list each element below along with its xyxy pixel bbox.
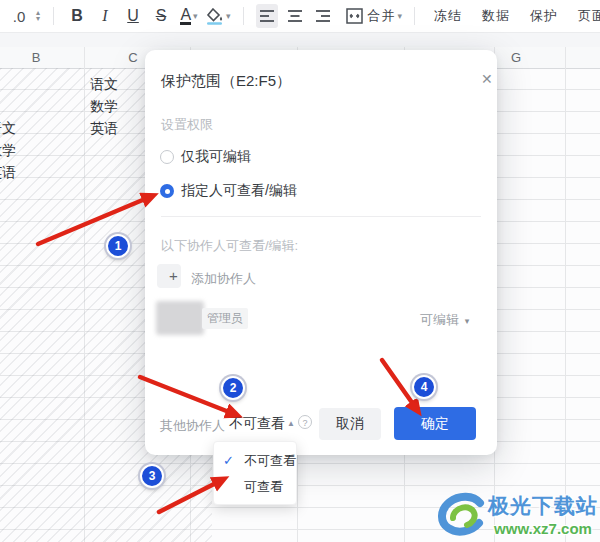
- watermark-text: 极光下载站 www.xz7.com: [488, 492, 598, 537]
- chevron-up-icon[interactable]: ▲: [287, 419, 295, 428]
- toolbar-divider: [243, 7, 244, 25]
- collaborators-section-label: 以下协作人可查看/编辑:: [161, 237, 298, 255]
- collaborator-role-badge: 管理员: [202, 308, 248, 329]
- step-badge-4: 4: [412, 375, 436, 399]
- merge-cells-button[interactable]: 合并 ▾: [346, 4, 403, 28]
- add-collaborator-button[interactable]: +: [157, 264, 181, 288]
- protect-button[interactable]: 保护: [530, 4, 558, 28]
- toolbar-divider: [414, 7, 415, 25]
- plus-icon: +: [169, 264, 178, 288]
- font-color-icon: A: [180, 7, 191, 25]
- number-format-stepper[interactable]: ▴ ▾: [36, 10, 40, 22]
- menu-item-label: 可查看: [244, 479, 283, 494]
- number-format-button[interactable]: .0: [8, 4, 30, 28]
- align-left-button[interactable]: [256, 4, 278, 28]
- align-center-button[interactable]: [284, 4, 306, 28]
- close-icon: ✕: [481, 71, 493, 87]
- visibility-dropdown-menu: ✓ 不可查看 可查看: [213, 441, 297, 505]
- cell[interactable]: 语文: [0, 120, 16, 138]
- italic-button[interactable]: I: [94, 4, 116, 28]
- menu-item-label: 不可查看: [244, 453, 296, 468]
- merge-label: 合并: [368, 7, 396, 25]
- dialog-title: 保护范围（E2:F5）: [161, 72, 291, 91]
- step-badge-2: 2: [221, 376, 245, 400]
- gridline: [565, 47, 566, 542]
- chevron-down-icon[interactable]: ▾: [193, 11, 198, 21]
- align-right-button[interactable]: [312, 4, 334, 28]
- check-icon: ✓: [223, 448, 234, 474]
- cell[interactable]: 英语: [90, 120, 118, 138]
- watermark: 极光下载站 www.xz7.com: [434, 489, 598, 539]
- confirm-button[interactable]: 确定: [394, 407, 476, 440]
- font-color-button[interactable]: A ▾: [178, 4, 200, 28]
- underline-button[interactable]: U: [122, 4, 144, 28]
- step-badge-1: 1: [106, 234, 130, 258]
- strikethrough-button[interactable]: S: [150, 4, 172, 28]
- permission-value: 可编辑: [420, 312, 459, 327]
- align-center-icon: [287, 9, 303, 23]
- chevron-down-icon[interactable]: ▾: [398, 11, 403, 21]
- menu-item-not-viewable[interactable]: ✓ 不可查看: [214, 448, 296, 474]
- radio-only-me-label[interactable]: 仅我可编辑: [181, 148, 251, 166]
- chevron-down-icon[interactable]: ▾: [226, 11, 231, 21]
- others-permission-label: 其他协作人: [160, 417, 225, 435]
- radio-specified-label[interactable]: 指定人可查看/编辑: [181, 182, 297, 200]
- step-badge-3: 3: [140, 464, 164, 488]
- spinner-down-icon[interactable]: ▾: [36, 16, 40, 22]
- column-header-c[interactable]: C: [124, 50, 142, 65]
- radio-unselected-icon[interactable]: [160, 150, 174, 164]
- watermark-logo-icon: [434, 489, 486, 539]
- bold-button[interactable]: B: [66, 4, 88, 28]
- watermark-site-url: www.xz7.com: [494, 520, 592, 537]
- page-button[interactable]: 页面: [578, 4, 600, 28]
- permission-section-label: 设置权限: [161, 116, 213, 134]
- radio-selected-icon[interactable]: [160, 184, 174, 198]
- protect-range-dialog: 保护范围（E2:F5） ✕ 设置权限 仅我可编辑 指定人可查看/编辑 以下协作人…: [145, 50, 497, 455]
- cancel-button[interactable]: 取消: [319, 408, 381, 440]
- cell[interactable]: 英语: [0, 164, 16, 182]
- merge-cells-icon: [346, 8, 363, 24]
- toolbar-divider: [53, 7, 54, 25]
- watermark-site-name: 极光下载站: [488, 492, 598, 520]
- menu-item-viewable[interactable]: 可查看: [214, 474, 296, 500]
- collaborator-avatar-blurred: [156, 301, 204, 335]
- collaborator-permission-dropdown[interactable]: 可编辑 ▾: [420, 311, 469, 329]
- align-left-icon: [259, 9, 275, 23]
- add-collaborator-label[interactable]: 添加协作人: [191, 270, 256, 288]
- align-right-icon: [315, 9, 331, 23]
- others-permission-dropdown[interactable]: 不可查看: [229, 415, 285, 433]
- cell[interactable]: 数学: [0, 142, 16, 160]
- fill-color-button[interactable]: ▾: [206, 4, 231, 28]
- toolbar: .0 ▴ ▾ B I U S A ▾ ▾: [0, 0, 600, 33]
- dialog-divider: [161, 216, 481, 217]
- column-header-b[interactable]: B: [27, 50, 45, 65]
- help-icon[interactable]: ?: [298, 415, 312, 429]
- data-button[interactable]: 数据: [482, 4, 510, 28]
- formula-bar-strip: [0, 33, 600, 47]
- fill-color-icon: [206, 8, 224, 25]
- chevron-down-icon: ▾: [465, 316, 470, 326]
- cell[interactable]: 数学: [90, 98, 118, 116]
- freeze-button[interactable]: 冻结: [434, 4, 462, 28]
- column-header-g[interactable]: G: [507, 50, 525, 65]
- cell[interactable]: 语文: [90, 76, 118, 94]
